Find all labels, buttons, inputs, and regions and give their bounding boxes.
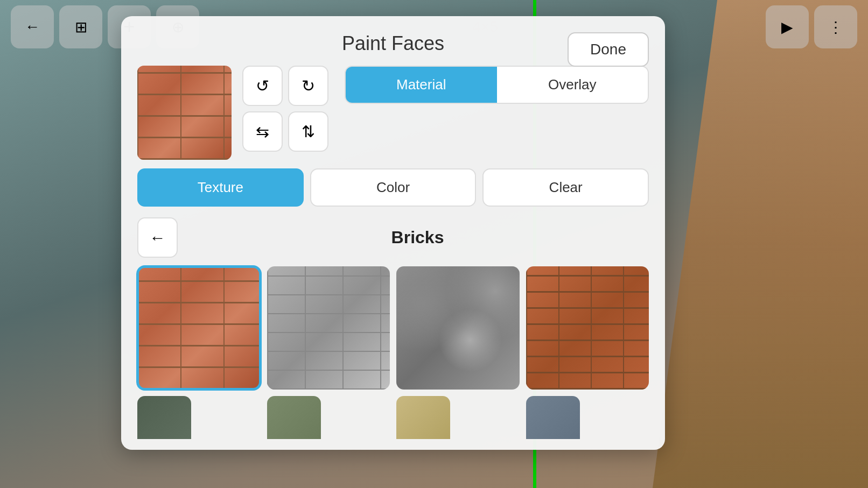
category-back-button[interactable]: ←	[137, 217, 178, 258]
more-button[interactable]: ⋮	[814, 5, 857, 48]
category-row: ← Bricks	[137, 217, 649, 258]
texture-button[interactable]: Texture	[137, 168, 304, 207]
texture-item-brick-brown[interactable]	[526, 266, 649, 390]
clear-button[interactable]: Clear	[482, 168, 649, 207]
rotate-ccw-icon: ↺	[256, 76, 269, 95]
rotate-ccw-button[interactable]: ↺	[242, 66, 283, 106]
select-button[interactable]: ⊞	[59, 5, 102, 48]
texture-grid	[137, 266, 649, 390]
tab-overlay[interactable]: Overlay	[497, 67, 648, 103]
texture-item-p2[interactable]	[267, 396, 321, 439]
play-button[interactable]: ▶	[766, 5, 809, 48]
done-button[interactable]: Done	[568, 32, 649, 67]
texture-item-brick-red[interactable]	[137, 266, 261, 390]
texture-grid-partial	[137, 396, 649, 439]
top-row: ↺ ↻ ⇆ ⇅ Material Overlay	[137, 66, 649, 160]
texture-item-p4[interactable]	[526, 396, 580, 439]
back-icon: ←	[25, 18, 40, 36]
paint-faces-dialog: Paint Faces Done ↺ ↻ ⇆ ⇅	[121, 16, 665, 450]
back-arrow-icon: ←	[150, 229, 166, 247]
flip-h-icon: ⇆	[256, 122, 269, 141]
flip-horizontal-button[interactable]: ⇆	[242, 111, 283, 152]
color-button[interactable]: Color	[310, 168, 477, 207]
material-preview	[137, 66, 232, 160]
category-title: Bricks	[186, 228, 649, 247]
rotate-controls: ↺ ↻ ⇆ ⇅	[242, 66, 328, 152]
tab-material[interactable]: Material	[346, 67, 497, 103]
texture-item-p1[interactable]	[137, 396, 191, 439]
play-icon: ▶	[781, 18, 793, 36]
back-button[interactable]: ←	[11, 5, 54, 48]
toolbar-right: ▶ ⋮	[766, 5, 857, 48]
texture-item-p3[interactable]	[396, 396, 450, 439]
flip-v-icon: ⇅	[302, 122, 315, 141]
rotate-row-bottom: ⇆ ⇅	[242, 111, 328, 152]
flip-vertical-button[interactable]: ⇅	[288, 111, 328, 152]
texture-item-brick-gray[interactable]	[267, 266, 390, 390]
mode-tabs: Material Overlay	[339, 66, 649, 104]
texture-item-stone-gray[interactable]	[396, 266, 520, 390]
select-icon: ⊞	[75, 18, 87, 36]
tabs-row: Material Overlay	[345, 66, 649, 104]
rotate-cw-icon: ↻	[302, 76, 315, 95]
rotate-cw-button[interactable]: ↻	[288, 66, 328, 106]
more-icon: ⋮	[828, 18, 843, 36]
options-row: Texture Color Clear	[137, 168, 649, 207]
rotate-row-top: ↺ ↻	[242, 66, 328, 106]
